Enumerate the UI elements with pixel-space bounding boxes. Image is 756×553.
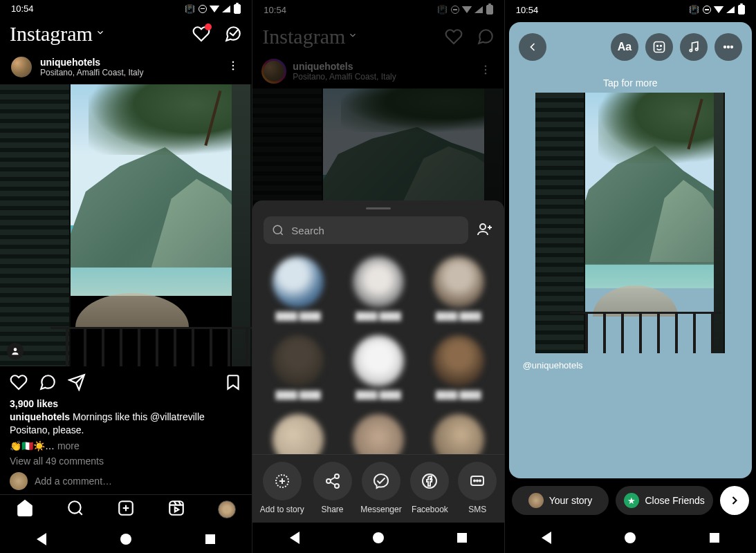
more-link[interactable]: more — [55, 440, 80, 451]
tab-home[interactable] — [16, 499, 34, 520]
svg-marker-12 — [175, 507, 178, 512]
share-recipient[interactable]: ████ ████ — [258, 335, 338, 409]
battery-icon — [234, 4, 241, 14]
nav-back-button[interactable] — [37, 533, 46, 545]
share-add-to-story[interactable]: Add to story — [260, 462, 304, 514]
story-canvas[interactable]: Aa Tap for more @uniquehotels — [509, 22, 752, 478]
status-bar: 10:54 📳 — [505, 0, 756, 19]
story-music-button[interactable] — [680, 33, 708, 61]
share-button[interactable] — [68, 373, 86, 394]
nav-home-button[interactable] — [625, 532, 636, 543]
nav-back-button[interactable] — [290, 532, 299, 544]
story-toolbar: Aa — [509, 29, 752, 65]
share-search-input[interactable]: Search — [264, 216, 468, 244]
post-avatar[interactable] — [10, 55, 33, 79]
share-recipient[interactable]: ████ ████ — [418, 335, 499, 409]
nav-recent-button[interactable] — [710, 533, 719, 543]
close-friends-icon: ★ — [624, 493, 639, 508]
svg-line-28 — [330, 478, 335, 480]
self-avatar — [528, 493, 544, 508]
view-comments-link[interactable]: View all 49 comments — [0, 454, 252, 468]
svg-point-1 — [232, 65, 234, 66]
share-recipient[interactable] — [258, 414, 338, 454]
dnd-icon — [199, 5, 207, 13]
sheet-handle[interactable] — [366, 207, 391, 209]
share-recipient[interactable]: ████ ████ — [418, 256, 499, 330]
svg-point-39 — [724, 46, 726, 48]
share-sheet[interactable]: Search ████ ████ ████ ████ ████ ████ ███… — [252, 200, 504, 523]
tab-profile[interactable] — [218, 500, 236, 518]
story-sticker-button[interactable] — [645, 33, 673, 61]
share-recipient[interactable]: ████ ████ — [338, 256, 418, 330]
close-friends-button[interactable]: ★ Close Friends — [616, 486, 713, 515]
nav-recent-button[interactable] — [205, 534, 215, 544]
story-more-button[interactable] — [714, 33, 742, 61]
nav-recent-button[interactable] — [457, 533, 467, 543]
likes-count[interactable]: 3,900 likes — [0, 398, 252, 409]
svg-point-38 — [695, 48, 697, 50]
post-image[interactable] — [0, 84, 252, 366]
app-header: Instagram — [0, 18, 252, 50]
svg-point-26 — [335, 484, 339, 488]
tab-search[interactable] — [66, 499, 84, 520]
vibrate-icon: 📳 — [185, 4, 195, 14]
svg-line-27 — [330, 482, 335, 485]
svg-point-37 — [690, 49, 692, 51]
post-username: uniquehotels — [40, 57, 217, 68]
share-facebook[interactable]: Facebook — [410, 462, 449, 514]
tagged-people-button[interactable] — [7, 343, 24, 359]
svg-point-32 — [477, 480, 478, 482]
android-nav — [0, 525, 252, 553]
post-user-block[interactable]: uniquehotels Positano, Amalfi Coast, Ita… — [40, 57, 217, 77]
notification-dot-icon — [205, 24, 212, 30]
svg-point-41 — [731, 46, 733, 48]
svg-point-33 — [479, 480, 481, 482]
tab-reels[interactable] — [167, 499, 185, 520]
share-generic[interactable]: Share — [313, 462, 352, 514]
story-editor-screen: 10:54 📳 Aa Tap for more @uniquehotels Yo… — [504, 0, 756, 553]
status-icons: 📳 — [185, 4, 241, 14]
nav-home-button[interactable] — [373, 532, 384, 543]
nav-home-button[interactable] — [120, 534, 131, 545]
post-more-button[interactable] — [224, 57, 242, 77]
story-text-button[interactable]: Aa — [611, 33, 638, 61]
svg-point-2 — [232, 68, 234, 70]
comment-button[interactable] — [39, 373, 57, 394]
save-button[interactable] — [224, 373, 242, 394]
story-next-button[interactable] — [720, 486, 749, 515]
caption-line2[interactable]: 👏🇮🇹☀️… more — [0, 438, 252, 454]
your-story-button[interactable]: Your story — [512, 486, 609, 515]
svg-point-24 — [335, 474, 339, 478]
activity-button[interactable] — [192, 25, 210, 43]
share-recipient[interactable]: ████ ████ — [338, 335, 418, 409]
self-avatar — [10, 472, 28, 490]
tab-bar — [0, 494, 252, 525]
status-bar: 10:54 📳 — [0, 0, 252, 18]
svg-point-40 — [728, 46, 730, 48]
share-recipient[interactable] — [338, 414, 418, 454]
share-messenger[interactable]: Messenger — [360, 462, 401, 514]
create-group-button[interactable] — [477, 221, 493, 240]
post-caption[interactable]: uniquehotels Mornings like this @villatr… — [0, 409, 252, 438]
story-back-button[interactable] — [519, 33, 546, 61]
messages-button[interactable] — [224, 25, 242, 43]
add-comment-row[interactable]: Add a comment… — [0, 468, 252, 494]
tap-for-more-hint[interactable]: Tap for more — [603, 77, 658, 88]
wifi-icon — [210, 6, 219, 12]
nav-back-button[interactable] — [542, 532, 551, 544]
post-location: Positano, Amalfi Coast, Italy — [40, 68, 217, 77]
chevron-down-icon — [95, 28, 105, 40]
status-bar: 10:54 📳 — [252, 0, 504, 19]
post-actions — [0, 366, 252, 398]
story-reshared-post[interactable] — [535, 93, 725, 353]
story-attribution[interactable]: @uniquehotels — [523, 360, 583, 371]
svg-point-36 — [661, 46, 662, 47]
share-recipient[interactable]: ████ ████ — [258, 256, 338, 330]
logo-dropdown[interactable]: Instagram — [10, 22, 105, 46]
share-sms[interactable]: SMS — [458, 462, 497, 514]
tab-create[interactable] — [117, 499, 135, 520]
instagram-logo: Instagram — [10, 22, 93, 46]
share-recipient[interactable] — [418, 414, 499, 454]
like-button[interactable] — [10, 373, 28, 394]
svg-point-6 — [69, 502, 81, 514]
